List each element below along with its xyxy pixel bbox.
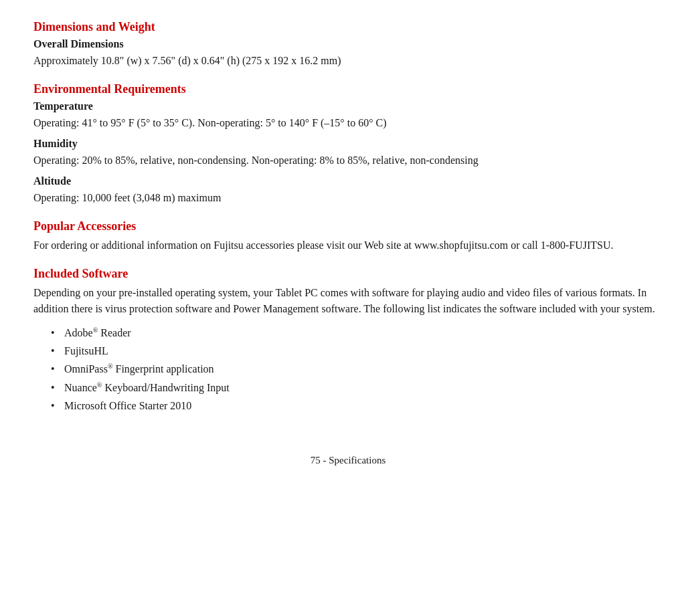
popular-accessories-heading: Popular Accessories [33,219,663,233]
list-item: Nuance® Keyboard/Handwriting Input [54,379,663,397]
software-list: Adobe® ReaderFujitsuHLOmniPass® Fingerpr… [33,324,663,415]
humidity-label: Humidity [33,138,663,150]
footer-label: Specifications [329,455,385,466]
list-item: OmniPass® Fingerprint application [54,360,663,378]
list-item: Microsoft Office Starter 2010 [54,397,663,415]
popular-accessories-body: For ordering or additional information o… [33,237,663,253]
page-footer: 75 - Specifications [33,455,663,466]
footer-separator: - [321,455,329,466]
dimensions-weight-section: Dimensions and Weight Overall Dimensions… [33,20,663,69]
popular-accessories-section: Popular Accessories For ordering or addi… [33,219,663,253]
humidity-value: Operating: 20% to 85%, relative, non-con… [33,152,663,169]
overall-dimensions-label: Overall Dimensions [33,38,663,50]
altitude-value: Operating: 10,000 feet (3,048 m) maximum [33,190,663,206]
included-software-intro: Depending on your pre-installed operatin… [33,285,663,317]
footer-page-number: 75 [311,455,321,466]
included-software-section: Included Software Depending on your pre-… [33,267,663,415]
temperature-label: Temperature [33,100,663,112]
included-software-heading: Included Software [33,267,663,281]
list-item: FujitsuHL [54,342,663,360]
altitude-label: Altitude [33,175,663,187]
environmental-section: Environmental Requirements Temperature O… [33,82,663,206]
list-item: Adobe® Reader [54,324,663,342]
overall-dimensions-value: Approximately 10.8" (w) x 7.56" (d) x 0.… [33,53,663,69]
dimensions-weight-heading: Dimensions and Weight [33,20,663,34]
environmental-heading: Environmental Requirements [33,82,663,96]
temperature-value: Operating: 41° to 95° F (5° to 35° C). N… [33,115,663,131]
